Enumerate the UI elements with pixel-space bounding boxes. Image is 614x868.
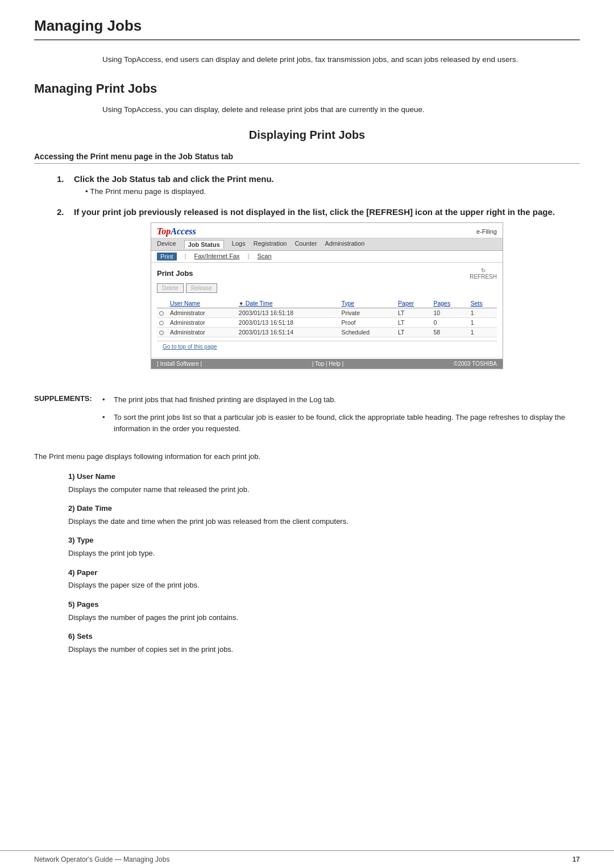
nav-device[interactable]: Device [157, 240, 176, 249]
ta-nav: Device Job Status Logs Registration Coun… [151, 238, 503, 251]
nav-logs[interactable]: Logs [232, 240, 246, 249]
row1-radio[interactable] [157, 308, 168, 317]
submenu-print[interactable]: Print [157, 253, 177, 261]
info-desc-1: Displays the computer name that released… [68, 484, 580, 495]
table-row: Administrator 2003/01/13 16:51:14 Schedu… [157, 327, 497, 337]
section1-title: Managing Print Jobs [34, 81, 580, 96]
ta-refresh-icon[interactable]: ↻ REFRESH [470, 267, 497, 280]
row3-sets: 1 [468, 327, 497, 337]
footer-left: Network Operator's Guide — Managing Jobs [34, 855, 169, 863]
step-2: 2. If your print job previously released… [57, 207, 580, 381]
th-username[interactable]: User Name [168, 299, 237, 308]
info-label-6: 6) Sets [68, 631, 580, 643]
row1-paper: LT [396, 308, 431, 317]
th-type[interactable]: Type [339, 299, 396, 308]
supp-bullet-2-text: To sort the print jobs list so that a pa… [114, 412, 580, 434]
info-desc-5: Displays the number of pages the print j… [68, 612, 580, 623]
bottom-nav: | Top | Help | [312, 361, 343, 367]
submenu-scan[interactable]: Scan [257, 253, 271, 261]
ta-submenu: Print | Fax/Internet Fax | Scan [151, 251, 503, 263]
info-item-4: 4) Paper Displays the paper size of the … [68, 567, 580, 591]
submenu-fax[interactable]: Fax/Internet Fax [194, 253, 239, 261]
row3-type: Scheduled [339, 327, 396, 337]
row2-user: Administrator [168, 317, 237, 327]
th-sets[interactable]: Sets [468, 299, 497, 308]
print-jobs-table: User Name ▼ Date Time Type Paper Pages [157, 299, 497, 337]
nav-administration[interactable]: Administration [325, 240, 365, 249]
row3-datetime: 2003/01/13 16:51:14 [237, 327, 339, 337]
ta-section-title: Print Jobs [157, 269, 193, 278]
info-desc-2: Displays the date and time when the prin… [68, 516, 580, 527]
ta-body: Print Jobs ↻ REFRESH Delete Release [151, 263, 503, 357]
row1-pages: 10 [431, 308, 468, 317]
nav-job-status[interactable]: Job Status [184, 240, 224, 249]
bottom-install[interactable]: | Install Software | [157, 361, 202, 367]
info-label-3: 3) Type [68, 535, 580, 547]
step-1-content: Click the Job Status tab and click the P… [74, 174, 580, 198]
supp-bullet-2: • To sort the print jobs list so that a … [102, 412, 580, 434]
info-item-2: 2) Date Time Displays the date and time … [68, 503, 580, 527]
step-1-bullet: The Print menu page is displayed. [85, 187, 580, 196]
info-item-6: 6) Sets Displays the number of copies se… [68, 631, 580, 655]
th-paper[interactable]: Paper [396, 299, 431, 308]
sub-subsection-title: Accessing the Print menu page in the Job… [34, 152, 580, 164]
info-desc-4: Displays the paper size of the print job… [68, 580, 580, 591]
row3-user: Administrator [168, 327, 237, 337]
ta-bottom-bar: | Install Software | | Top | Help | ©200… [151, 359, 503, 369]
row2-pages: 0 [431, 317, 468, 327]
info-item-5: 5) Pages Displays the number of pages th… [68, 599, 580, 623]
info-desc-6: Displays the number of copies set in the… [68, 644, 580, 655]
row2-paper: LT [396, 317, 431, 327]
row1-user: Administrator [168, 308, 237, 317]
row2-sets: 1 [468, 317, 497, 327]
th-pages[interactable]: Pages [431, 299, 468, 308]
supplements-section: SUPPLEMENTS: • The print jobs that had f… [34, 394, 580, 441]
row2-type: Proof [339, 317, 396, 327]
nav-counter[interactable]: Counter [294, 240, 317, 249]
row1-sets: 1 [468, 308, 497, 317]
step-1-number: 1. [57, 174, 68, 184]
page-footer: Network Operator's Guide — Managing Jobs… [0, 850, 614, 868]
page-container: Managing Jobs Using TopAccess, end users… [0, 0, 614, 868]
supp-bullet-1-text: The print jobs that had finished printin… [114, 394, 336, 406]
step-2-title: If your print job previously released is… [74, 207, 580, 217]
table-row: Administrator 2003/01/13 16:51:18 Proof … [157, 317, 497, 327]
info-item-1: 1) User Name Displays the computer name … [68, 471, 580, 495]
info-label-4: 4) Paper [68, 567, 580, 579]
delete-button[interactable]: Delete [157, 283, 184, 293]
ta-logo-access: Access [171, 226, 196, 236]
ta-header: TopAccess e-Filing [151, 223, 503, 238]
th-select [157, 299, 168, 308]
row1-datetime: 2003/01/13 16:51:18 [237, 308, 339, 317]
step-1-title: Click the Job Status tab and click the P… [74, 174, 580, 184]
step-1: 1. Click the Job Status tab and click th… [57, 174, 580, 198]
info-label-2: 2) Date Time [68, 503, 580, 515]
step-2-content: If your print job previously released is… [74, 207, 580, 381]
steps-container: 1. Click the Job Status tab and click th… [57, 174, 580, 381]
ta-section-header: Print Jobs ↻ REFRESH [157, 267, 497, 280]
print-info-intro: The Print menu page displays following i… [34, 451, 580, 463]
ta-buttons: Delete Release [157, 283, 497, 293]
ta-go-top-link[interactable]: Go to top of this page [157, 341, 497, 352]
nav-registration[interactable]: Registration [254, 240, 287, 249]
row3-radio[interactable] [157, 327, 168, 337]
row3-pages: 58 [431, 327, 468, 337]
main-content: Managing Jobs Using TopAccess, end users… [0, 0, 614, 709]
info-label-5: 5) Pages [68, 599, 580, 611]
footer-right: 17 [572, 855, 580, 863]
release-button[interactable]: Release [186, 283, 217, 293]
info-label-1: 1) User Name [68, 471, 580, 483]
info-items: 1) User Name Displays the computer name … [68, 471, 580, 655]
th-datetime[interactable]: ▼ Date Time [237, 299, 339, 308]
supp-bullet-1: • The print jobs that had finished print… [102, 394, 580, 406]
row2-radio[interactable] [157, 317, 168, 327]
datetime-arrow: ▼ [239, 301, 244, 307]
section1-desc: Using TopAccess, you can display, delete… [102, 104, 580, 115]
supplements-bullets: • The print jobs that had finished print… [102, 394, 580, 441]
ta-logo-top: Top [157, 226, 171, 236]
table-row: Administrator 2003/01/13 16:51:18 Privat… [157, 308, 497, 317]
info-item-3: 3) Type Displays the print job type. [68, 535, 580, 559]
ta-efiling: e-Filing [476, 228, 497, 235]
intro-text: Using TopAccess, end users can display a… [102, 54, 580, 65]
screenshot-box: TopAccess e-Filing Device Job Status Log… [151, 222, 503, 369]
